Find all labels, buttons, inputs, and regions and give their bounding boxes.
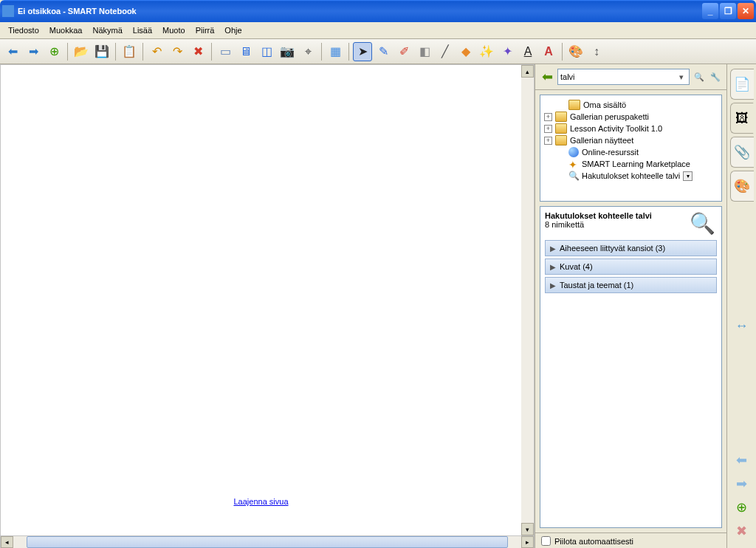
fill-button[interactable]: ✦: [498, 42, 517, 61]
tab-properties[interactable]: 🎨: [730, 171, 754, 202]
expand-icon[interactable]: +: [544, 137, 552, 145]
close-button[interactable]: ✕: [738, 3, 754, 19]
menu-edit[interactable]: Muokkaa: [45, 24, 87, 36]
text-tool-button[interactable]: A: [518, 42, 537, 61]
side-tab-strip: 📄 🖼 📎 🎨 ↔ ⬅ ➡ ⊕ ✖: [726, 64, 756, 548]
tree-item[interactable]: +Gallerian peruspaketti: [543, 111, 719, 123]
panel-expand-icon[interactable]: ↔: [733, 317, 751, 335]
toolbar: ⬅ ➡ ⊕ 📂 💾 📋 ↶ ↷ ✖ ▭ 🖥 ◫ 📷 ⌖ ▦ ➤ ✎ ✐ ◧ ╱ …: [0, 39, 756, 64]
capture-button[interactable]: 📷: [278, 42, 297, 61]
move-toolbar-button[interactable]: ↕: [587, 42, 606, 61]
tree-item[interactable]: Oma sisältö: [543, 99, 719, 111]
properties-button[interactable]: 🎨: [566, 42, 585, 61]
search-dropdown-icon[interactable]: ▾: [676, 72, 687, 82]
side-delete-icon[interactable]: ✖: [733, 522, 751, 540]
folder-icon: [555, 112, 567, 122]
maximize-button[interactable]: ❐: [720, 3, 736, 19]
window-title: Ei otsikkoa - SMART Notebook: [18, 7, 702, 16]
side-prev-icon[interactable]: ⬅: [733, 451, 751, 469]
expand-arrow-icon: ▶: [550, 244, 556, 253]
result-category[interactable]: ▶Kuvat (4): [545, 258, 717, 275]
undo-button[interactable]: ↶: [147, 42, 166, 61]
menu-draw[interactable]: Piirrä: [191, 24, 219, 36]
add-page-button[interactable]: ⊕: [44, 42, 63, 61]
line-tool-button[interactable]: ╱: [436, 42, 455, 61]
star-icon: ✦: [568, 159, 579, 169]
globe-icon: [568, 147, 579, 157]
tree-item-label: Oma sisältö: [583, 100, 626, 109]
tree-item[interactable]: +Gallerian näytteet: [543, 134, 719, 146]
eraser-button[interactable]: ◧: [415, 42, 434, 61]
tree-item[interactable]: +Lesson Activity Toolkit 1.0: [543, 123, 719, 134]
app-icon: [2, 5, 14, 17]
prev-page-button[interactable]: ⬅: [3, 42, 22, 61]
category-label: Kuvat (4): [560, 262, 593, 271]
folder-icon: [555, 135, 567, 145]
expand-arrow-icon: ▶: [550, 281, 556, 290]
auto-hide-checkbox[interactable]: [541, 536, 551, 546]
scroll-down-arrow[interactable]: ▾: [521, 523, 534, 535]
auto-hide-label: Piilota automaattisesti: [554, 537, 633, 546]
next-page-button[interactable]: ➡: [24, 42, 43, 61]
dual-page-button[interactable]: ◫: [257, 42, 276, 61]
gallery-tools-icon[interactable]: 🔧: [709, 70, 722, 83]
font-color-button[interactable]: A: [539, 42, 558, 61]
tree-item[interactable]: 🔍Hakutulokset kohteelle talvi▾: [543, 170, 719, 182]
expand-page-link[interactable]: Laajenna sivua: [233, 497, 288, 506]
gallery-search-input[interactable]: [560, 72, 676, 81]
save-button[interactable]: 💾: [92, 42, 111, 61]
magnifier-icon: 🔍: [690, 211, 715, 236]
doc-camera-button[interactable]: ⌖: [298, 42, 317, 61]
magic-pen-button[interactable]: ✨: [477, 42, 496, 61]
scroll-right-arrow[interactable]: ▸: [521, 536, 534, 548]
menu-bar: Tiedosto Muokkaa Näkymä Lisää Muoto Piir…: [0, 22, 756, 39]
tree-item-label: Lesson Activity Toolkit 1.0: [570, 124, 662, 133]
expand-icon[interactable]: +: [544, 113, 552, 121]
title-bar: Ei otsikkoa - SMART Notebook _ ❐ ✕: [0, 0, 756, 22]
tab-page-sorter[interactable]: 📄: [730, 69, 754, 100]
paste-button[interactable]: 📋: [120, 42, 139, 61]
pen-tool-button[interactable]: ✎: [374, 42, 393, 61]
category-label: Aiheeseen liittyvät kansiot (3): [560, 244, 665, 253]
shape-tool-button[interactable]: ◆: [456, 42, 475, 61]
fullscreen-button[interactable]: 🖥: [236, 42, 255, 61]
result-category[interactable]: ▶Taustat ja teemat (1): [545, 277, 717, 293]
menu-help[interactable]: Ohje: [220, 24, 246, 36]
gallery-search-combo[interactable]: ▾: [557, 69, 690, 85]
redo-button[interactable]: ↷: [168, 42, 187, 61]
screen-shade-button[interactable]: ▭: [216, 42, 235, 61]
workspace: Laajenna sivua ▴ ▾ ◂ ▸ ⬅ ▾ 🔍 🔧: [0, 64, 756, 548]
menu-view[interactable]: Näkymä: [88, 24, 126, 36]
gallery-tree[interactable]: Oma sisältö+Gallerian peruspaketti+Lesso…: [540, 95, 722, 202]
menu-file[interactable]: Tiedosto: [4, 24, 44, 36]
tree-item-label: Hakutulokset kohteelle talvi: [582, 171, 680, 180]
tree-item-label: Online-resurssit: [582, 148, 639, 157]
side-add-icon[interactable]: ⊕: [733, 499, 751, 516]
delete-button[interactable]: ✖: [188, 42, 207, 61]
select-tool-button[interactable]: ➤: [353, 42, 372, 61]
folder-icon: [568, 100, 580, 110]
expand-arrow-icon: ▶: [550, 263, 556, 271]
vertical-scrollbar[interactable]: ▴ ▾: [521, 65, 534, 535]
menu-insert[interactable]: Lisää: [128, 24, 157, 36]
page-canvas[interactable]: Laajenna sivua: [1, 65, 521, 535]
tree-item[interactable]: ✦SMART Learning Marketplace: [543, 158, 719, 170]
scroll-left-arrow[interactable]: ◂: [1, 536, 13, 548]
horizontal-scrollbar[interactable]: ◂ ▸: [1, 535, 534, 548]
gallery-back-button[interactable]: ⬅: [540, 69, 554, 84]
tree-item[interactable]: Online-resurssit: [543, 146, 719, 158]
minimize-button[interactable]: _: [702, 3, 718, 19]
side-next-icon[interactable]: ➡: [733, 475, 751, 493]
tab-attachments[interactable]: 📎: [730, 137, 754, 168]
scroll-up-arrow[interactable]: ▴: [521, 65, 534, 78]
table-button[interactable]: ▦: [326, 42, 345, 61]
open-button[interactable]: 📂: [72, 42, 91, 61]
tree-dropdown-icon[interactable]: ▾: [683, 171, 693, 181]
result-category[interactable]: ▶Aiheeseen liittyvät kansiot (3): [545, 240, 717, 256]
tab-gallery[interactable]: 🖼: [730, 103, 754, 134]
creative-pen-button[interactable]: ✐: [394, 42, 413, 61]
tree-item-label: Gallerian näytteet: [570, 136, 633, 145]
expand-icon[interactable]: +: [544, 125, 552, 133]
menu-format[interactable]: Muoto: [158, 24, 190, 36]
search-go-icon[interactable]: 🔍: [693, 70, 706, 83]
